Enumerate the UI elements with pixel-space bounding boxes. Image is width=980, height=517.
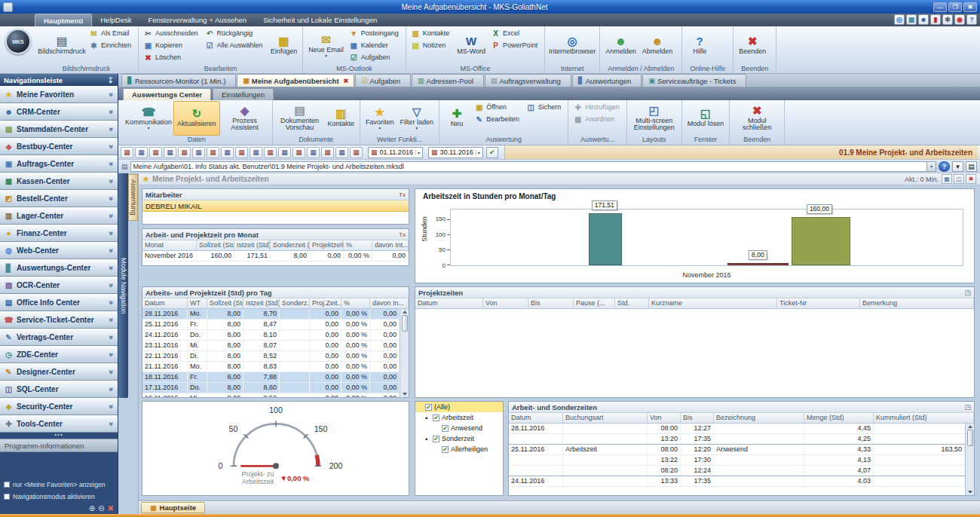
sidebar-item[interactable]: ◩ Bestell-Center <box>0 190 118 207</box>
favorite-star-icon[interactable]: ★ <box>142 175 149 183</box>
bar-sonderzeit[interactable] <box>727 263 789 265</box>
column-header[interactable]: Sollzeit (Std) <box>197 240 234 250</box>
ribbon-button[interactable]: ◱ Modul lösen <box>684 101 727 136</box>
auswertung-vertical-tab[interactable]: Auswertung <box>128 174 138 221</box>
calendar-preset-button[interactable]: ▦ <box>350 147 363 158</box>
column-header[interactable]: Kurzname <box>649 298 777 308</box>
table-row[interactable]: 17.11.2016Do.8,008,600,000,00 %0,00 <box>142 383 400 393</box>
pin-icon[interactable]: ▤ <box>966 161 977 172</box>
column-header[interactable]: Datum <box>142 298 188 308</box>
table-row[interactable]: 13:2017:354,25 <box>509 434 965 445</box>
legend-item[interactable]: ✔ Allerheiligen <box>415 444 503 454</box>
column-header[interactable]: Von <box>483 298 528 308</box>
column-header[interactable]: Bis <box>681 413 714 423</box>
sidebar-item[interactable]: ★ Meine Favoriten <box>0 86 118 103</box>
checkbox[interactable]: ✔ <box>442 446 449 453</box>
network-icon[interactable]: ◎ <box>894 14 905 25</box>
table-row[interactable]: 18.11.2016Fr.8,007,880,000,00 %0,00 <box>142 372 400 383</box>
close-tab-icon[interactable]: ✖ <box>344 78 349 84</box>
zoom-out-icon[interactable]: ⊖ <box>98 504 104 513</box>
date-from-input[interactable]: ▦ 01.11.2016 ▾ <box>368 147 423 158</box>
ribbon-button[interactable]: ✱ Einrichten <box>87 39 136 51</box>
column-header[interactable]: Kummuliert (Std) <box>874 413 974 423</box>
ribbon-button[interactable]: W MS-Word <box>454 27 488 65</box>
close-icon[interactable]: ✖ <box>966 174 976 184</box>
ribbon-button[interactable]: ▣ Öffnen <box>472 101 524 113</box>
column-header[interactable]: Istzeit (Std) <box>234 240 271 250</box>
sidebar-item[interactable]: ▦ Kassen-Center <box>0 173 118 190</box>
sidebar-splitter[interactable]: ••• <box>0 433 118 439</box>
legend-item[interactable]: ✔ (Alle) <box>415 402 503 412</box>
sidebar-item[interactable]: ▥ Lager-Center <box>0 207 118 225</box>
vertical-scrollbar[interactable] <box>400 309 409 397</box>
column-header[interactable]: % <box>344 240 372 250</box>
sidebar-item[interactable]: ✎ Designer-Center <box>0 363 118 381</box>
calendar-preset-button[interactable]: ▦ <box>135 147 148 158</box>
column-header[interactable]: Bemerkung <box>860 298 974 308</box>
statusbar-tab-hauptseite[interactable]: ▣ Hauptseite <box>141 502 205 513</box>
app-logo-orb[interactable]: MKS <box>5 29 31 54</box>
menu-tab[interactable]: Fensterverwaltung + Aussehen <box>139 14 255 26</box>
checkbox[interactable]: ✔ <box>442 425 449 432</box>
ribbon-button[interactable]: ▽ Filter laden▾ <box>397 101 437 136</box>
calendar-preset-button[interactable]: ▦ <box>207 147 219 158</box>
menu-tab[interactable]: HelpDesk <box>92 14 139 26</box>
sidebar-item[interactable]: ▣ Auftrags-Center <box>0 155 118 173</box>
ribbon-button[interactable]: ✖ Modul schließen <box>732 101 782 136</box>
bar-istzeit[interactable] <box>589 213 622 265</box>
column-header[interactable]: Bezeichnung <box>714 413 804 423</box>
vertical-scrollbar[interactable] <box>965 424 974 495</box>
ribbon-button[interactable]: ▥ Kontakte <box>409 27 455 39</box>
export-icon[interactable]: ◳ <box>964 403 971 411</box>
sidebar-item[interactable]: ● Finanz-Center <box>0 225 118 242</box>
show-favorites-only-checkbox[interactable]: nur <Meine Favoriten> anzeigen <box>0 479 118 491</box>
apply-period-button[interactable]: ✔ <box>486 147 498 158</box>
help-circle-icon[interactable]: ? <box>939 161 950 172</box>
export-icon[interactable]: ◳ <box>964 289 971 296</box>
column-header[interactable]: Menge (Std) <box>804 413 874 423</box>
column-header[interactable]: Std. <box>615 298 649 308</box>
clear-filter-icon[interactable]: Tx <box>399 231 406 238</box>
sidebar-item[interactable]: ◎ Web-Center <box>0 242 118 259</box>
table-row[interactable]: 16.11.2016Mi.8,008,520,000,00 %0,00 <box>142 393 400 397</box>
pin-icon[interactable]: ↧ <box>108 76 114 84</box>
column-header[interactable]: davon In... <box>370 298 409 308</box>
column-header[interactable]: davon Int... <box>372 240 409 250</box>
column-header[interactable]: WT <box>188 298 207 308</box>
monitor-icon[interactable]: ▣ <box>906 14 917 25</box>
legend-item[interactable]: ✔ Anwesend <box>415 423 503 433</box>
menu-tab[interactable]: Sicherheit und Lokale Einstellungen <box>255 14 385 26</box>
calendar-preset-button[interactable]: ▦ <box>121 147 133 158</box>
legend-item[interactable]: ▴ ✔ Arbeitszeit <box>415 412 503 423</box>
calendar-preset-button[interactable]: ▦ <box>321 147 334 158</box>
zoom-in-icon[interactable]: ⊕ <box>89 504 95 513</box>
column-header[interactable]: Pause (... <box>574 298 615 308</box>
calendar-preset-button[interactable]: ▦ <box>178 147 191 158</box>
column-header[interactable]: Sollzeit (Std) <box>207 298 243 308</box>
checkbox[interactable]: ✔ <box>433 415 439 421</box>
sidebar-item[interactable]: ▤ Stammdaten-Center <box>0 121 118 138</box>
chevron-down-icon[interactable]: ▾ <box>926 162 936 171</box>
table-row[interactable]: 28.11.2016Mo.8,008,700,000,00 %0,00 <box>142 309 400 320</box>
checkbox[interactable] <box>4 482 10 488</box>
sidebar-item[interactable]: ▤ Office Info Center <box>0 294 118 311</box>
table-row[interactable]: 22.11.2016Di.8,008,520,000,00 %0,00 <box>142 351 400 362</box>
document-tab[interactable]: ☑ Aufgaben <box>355 74 411 87</box>
help-icon[interactable]: ? <box>966 14 977 25</box>
ribbon-button[interactable]: ▤ Dokumenten Vorschau <box>275 101 325 136</box>
ribbon-button[interactable]: ✎ Bearbeiten <box>472 113 524 125</box>
tree-expander-icon[interactable]: ▴ <box>425 415 430 421</box>
calendar-preset-button[interactable]: ▦ <box>264 147 277 158</box>
checkbox[interactable] <box>4 494 10 500</box>
document-tab[interactable]: ▊ Auswertungen <box>572 74 642 87</box>
document-tab[interactable]: ▦ Meine Aufgabenübersicht ✖ <box>237 74 354 87</box>
column-header[interactable]: Proj.Zeit... <box>310 298 341 308</box>
column-header[interactable]: Ticket-Nr <box>777 298 860 308</box>
users-icon[interactable]: ☻ <box>918 14 929 25</box>
calendar-preset-button[interactable]: ▦ <box>292 147 305 158</box>
employee-row[interactable]: DEBRELI MIKAIL <box>142 200 409 212</box>
column-header[interactable]: Istzeit (Std) <box>243 298 280 308</box>
ribbon-button[interactable]: ▦ Einfügen <box>268 27 301 65</box>
ribbon-button[interactable]: ↻ Aktualisieren <box>173 101 220 136</box>
table-row[interactable]: 13:2217:304,13 <box>509 455 965 466</box>
